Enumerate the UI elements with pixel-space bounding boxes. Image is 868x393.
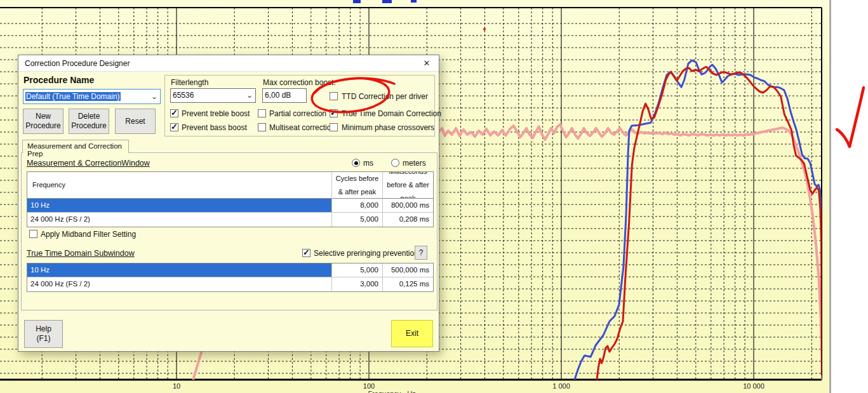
unit-ms-label: ms bbox=[363, 159, 373, 168]
procedure-selected-value: Default (True Time Domain) bbox=[25, 92, 121, 101]
x-tick-label: 10 000 bbox=[743, 382, 765, 390]
cycles-header: Cycles before & after peak bbox=[332, 172, 383, 199]
milliseconds-cell[interactable]: 500,000 ms bbox=[383, 263, 433, 277]
table-row[interactable]: 24 000 Hz (FS / 2) 5,000 0,208 ms bbox=[27, 213, 433, 227]
cycles-cell[interactable]: 5,000 bbox=[332, 213, 383, 227]
reset-button[interactable]: Reset bbox=[115, 109, 156, 134]
prevent-treble-label: Prevent treble boost bbox=[182, 109, 250, 118]
tab-page: Measurement & CorrectionWindow ms meters… bbox=[21, 152, 437, 310]
unit-ms-radio[interactable] bbox=[352, 159, 360, 167]
measurement-window-section-title: Measurement & CorrectionWindow bbox=[27, 159, 150, 168]
milliseconds-cell[interactable]: 0,125 ms bbox=[383, 277, 433, 291]
ttd-correction-checkbox[interactable] bbox=[330, 109, 338, 117]
max-boost-field[interactable]: 6,00 dB bbox=[262, 88, 307, 103]
procedure-name-heading: Procedure Name bbox=[23, 75, 94, 85]
correction-procedure-designer-dialog: Correction Procedure Designer ✕ Procedur… bbox=[18, 55, 439, 352]
x-tick-label: 100 bbox=[363, 382, 375, 390]
max-boost-value: 6,00 dB bbox=[265, 91, 291, 100]
chevron-down-icon[interactable]: ⌄ bbox=[246, 89, 253, 102]
dialog-title: Correction Procedure Designer bbox=[25, 59, 130, 68]
table-row[interactable]: 10 Hz 8,000 800,000 ms bbox=[27, 199, 433, 213]
max-boost-label: Max correction boost: bbox=[263, 78, 336, 87]
cycles-cell[interactable]: 8,000 bbox=[332, 199, 383, 213]
cycles-cell[interactable]: 5,000 bbox=[332, 263, 383, 277]
multiseat-checkbox[interactable] bbox=[258, 123, 266, 131]
help-button-line2: (F1) bbox=[37, 334, 51, 343]
table-row[interactable]: 10 Hz 5,000 500,000 ms bbox=[27, 263, 433, 277]
ttd-subwindow-section-title: True Time Domain Subwindow bbox=[27, 249, 135, 258]
clipped-chart-title-fragment bbox=[353, 0, 361, 3]
multiseat-label: Multiseat correction bbox=[269, 123, 335, 132]
midband-filter-label: Apply Midband Filter Setting bbox=[41, 230, 136, 239]
prevent-bass-label: Prevent bass boost bbox=[182, 123, 247, 132]
series-corrected-red bbox=[597, 67, 822, 380]
ttd-correction-label: True Time Domain Correction bbox=[342, 109, 441, 118]
preringing-checkbox[interactable] bbox=[302, 249, 310, 257]
help-button[interactable]: Help (F1) bbox=[24, 320, 63, 348]
table-header-row: Frequency Cycles before & after peak Mil… bbox=[27, 172, 433, 199]
frequency-cell[interactable]: 24 000 Hz (FS / 2) bbox=[27, 277, 332, 291]
preringing-help-button[interactable]: ? bbox=[415, 246, 427, 260]
prevent-treble-checkbox[interactable] bbox=[170, 109, 178, 117]
settings-groupbox: Filterlength 65536 ⌄ Max correction boos… bbox=[164, 75, 435, 137]
screen: 101001 00010 000Frequency - Hz Correctio… bbox=[0, 0, 868, 393]
series-corrected-blue bbox=[575, 60, 822, 380]
frequency-header: Frequency bbox=[27, 172, 332, 199]
milliseconds-cell[interactable]: 800,000 ms bbox=[383, 199, 433, 213]
delete-procedure-button[interactable]: Delete Procedure bbox=[69, 109, 109, 134]
new-procedure-button[interactable]: New Procedure bbox=[23, 109, 63, 134]
procedure-select[interactable]: Default (True Time Domain) ⌄ bbox=[23, 89, 161, 104]
prevent-bass-checkbox[interactable] bbox=[170, 123, 178, 131]
exit-button[interactable]: Exit bbox=[391, 320, 433, 347]
close-icon[interactable]: ✕ bbox=[421, 58, 432, 69]
right-gutter bbox=[831, 0, 868, 393]
x-tick-label: 1 000 bbox=[552, 382, 570, 390]
x-axis-title-clipped: Frequency - Hz bbox=[368, 390, 415, 393]
cycles-cell[interactable]: 3,000 bbox=[332, 277, 383, 291]
filterlength-select[interactable]: 65536 ⌄ bbox=[170, 88, 256, 103]
unit-meters-label: meters bbox=[403, 159, 426, 168]
milliseconds-cell[interactable]: 0,208 ms bbox=[383, 213, 433, 227]
filterlength-value: 65536 bbox=[173, 91, 194, 100]
filterlength-label: Filterlength bbox=[171, 78, 208, 87]
measurement-window-table: Frequency Cycles before & after peak Mil… bbox=[27, 171, 434, 227]
help-button-line1: Help bbox=[36, 324, 51, 334]
min-phase-label: Minimum phase crossovers bbox=[342, 123, 434, 132]
preringing-label: Selective preringing prevention bbox=[314, 249, 418, 258]
tab-measurement-and-correction-prep[interactable]: Measurement and Correction Prep bbox=[22, 140, 129, 153]
ttd-per-driver-checkbox[interactable] bbox=[330, 92, 338, 100]
clipped-chart-title-fragment bbox=[411, 0, 417, 3]
min-phase-checkbox[interactable] bbox=[330, 123, 338, 131]
clipped-chart-title-fragment bbox=[382, 0, 392, 3]
frequency-cell[interactable]: 10 Hz bbox=[27, 199, 332, 213]
frequency-cell[interactable]: 10 Hz bbox=[27, 263, 332, 277]
table-row[interactable]: 24 000 Hz (FS / 2) 3,000 0,125 ms bbox=[27, 277, 433, 291]
stray-red-dot bbox=[483, 28, 486, 30]
milliseconds-header: Milliseconds before & after peak bbox=[383, 172, 433, 199]
ttd-subwindow-table: 10 Hz 5,000 500,000 ms 24 000 Hz (FS / 2… bbox=[27, 263, 434, 292]
x-tick-label: 10 bbox=[173, 382, 180, 390]
partial-correction-checkbox[interactable] bbox=[258, 109, 266, 117]
frequency-cell[interactable]: 24 000 Hz (FS / 2) bbox=[27, 213, 332, 227]
chevron-down-icon[interactable]: ⌄ bbox=[151, 90, 157, 103]
partial-correction-label: Partial correction bbox=[269, 109, 326, 118]
ttd-per-driver-label: TTD Correction per driver bbox=[342, 92, 428, 101]
dialog-titlebar[interactable]: Correction Procedure Designer ✕ bbox=[18, 55, 439, 72]
midband-filter-checkbox[interactable] bbox=[29, 230, 37, 238]
unit-meters-radio[interactable] bbox=[391, 159, 399, 167]
